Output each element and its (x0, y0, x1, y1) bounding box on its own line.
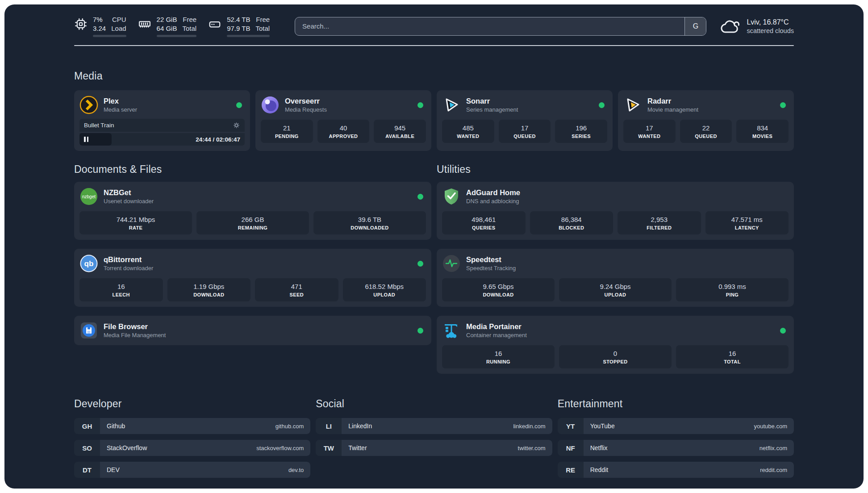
app-card-speedtest[interactable]: Speedtest Speedtest Tracking 9.65 Gbps D… (437, 249, 794, 307)
stat-running: 16 RUNNING (442, 345, 555, 368)
app-card-filebrowser[interactable]: File Browser Media File Management (74, 316, 431, 345)
app-card-radarr[interactable]: Radarr Movie management 17 WANTED 22 QUE… (618, 90, 794, 151)
app-description: DNS and adblocking (466, 198, 520, 205)
link-dev[interactable]: DT DEV dev.to (74, 462, 310, 478)
qbittorrent-icon: qb (79, 254, 98, 273)
utilities-column: AdGuard Home DNS and adblocking 498,461 … (437, 182, 794, 374)
app-name: Sonarr (466, 97, 518, 105)
stat-downloaded: 39.6 TB DOWNLOADED (313, 211, 426, 234)
search-engine-button[interactable]: G (684, 17, 706, 35)
app-card-nzbget[interactable]: nzbget NZBGet Usenet downloader 744.21 M… (74, 182, 431, 240)
link-tag: TW (316, 440, 342, 456)
link-tag: DT (74, 462, 100, 478)
stat-wanted: 485 WANTED (442, 120, 494, 143)
pause-button[interactable] (84, 137, 88, 142)
app-description: Media server (104, 106, 137, 113)
link-name: Github (107, 422, 125, 430)
memory-free: 22 GiB (157, 15, 177, 24)
link-url: youtube.com (754, 423, 787, 430)
cpu-label-2: Load (111, 24, 126, 33)
stat-upload: 9.24 Gbps UPLOAD (559, 278, 672, 301)
stat-download: 9.65 Gbps DOWNLOAD (442, 278, 555, 301)
cpu-label-1: CPU (111, 15, 126, 24)
link-name: YouTube (590, 422, 615, 430)
player-settings-icon[interactable] (233, 121, 240, 129)
stat-ping: 0.993 ms PING (676, 278, 789, 301)
app-name: Radarr (647, 97, 698, 105)
svg-text:qb: qb (84, 259, 94, 268)
stat-approved: 40 APPROVED (317, 120, 370, 143)
link-github[interactable]: GH Github github.com (74, 418, 310, 434)
sonarr-icon (442, 96, 461, 114)
status-dot (780, 328, 786, 334)
header-divider (74, 45, 794, 46)
link-twitter[interactable]: TW Twitter twitter.com (316, 440, 552, 456)
top-bar: 7% CPU 3.24 Load 22 GiB Free 64 GiB Tota… (74, 4, 794, 37)
section-title-social: Social (316, 398, 552, 410)
ram-icon (138, 17, 151, 31)
stat-queued: 22 QUEUED (680, 120, 732, 143)
stat-remaining: 266 GB REMAINING (196, 211, 309, 234)
app-card-portainer[interactable]: Media Portainer Container management 16 … (437, 316, 794, 374)
app-card-plex[interactable]: Plex Media server Bullet Train (74, 90, 250, 151)
link-netflix[interactable]: NF Netflix netflix.com (558, 440, 794, 456)
section-title-entertainment: Entertainment (558, 398, 794, 410)
stat-seed: 471 SEED (255, 278, 338, 301)
link-url: linkedin.com (513, 423, 545, 430)
app-card-overseerr[interactable]: Overseerr Media Requests 21 PENDING 40 A… (255, 90, 431, 151)
overseerr-icon (261, 96, 280, 114)
disk-total: 97.9 TB (227, 24, 250, 33)
disk-label-1: Free (255, 15, 270, 24)
app-card-qbittorrent[interactable]: qb qBittorrent Torrent downloader 16 LEE… (74, 249, 431, 307)
app-card-adguard[interactable]: AdGuard Home DNS and adblocking 498,461 … (437, 182, 794, 240)
stat-series: 196 SERIES (555, 120, 607, 143)
cpu-widget: 7% CPU 3.24 Load (74, 15, 126, 37)
cpu-usage: 7% (93, 15, 106, 24)
plex-icon (79, 96, 98, 114)
link-name: Twitter (348, 444, 367, 451)
link-url: twitter.com (518, 445, 546, 451)
section-title-media: Media (74, 70, 794, 82)
search-bar: G (295, 17, 706, 36)
app-name: File Browser (104, 322, 166, 331)
disk-widget: 52.4 TB Free 97.9 TB Total (208, 15, 270, 37)
link-url: github.com (275, 423, 304, 430)
app-name: Media Portainer (466, 322, 527, 331)
section-title-documents: Documents & Files (74, 163, 431, 175)
disk-label-2: Total (255, 24, 270, 33)
cpu-icon (74, 17, 88, 31)
link-name: StackOverflow (107, 444, 147, 451)
app-name: AdGuard Home (466, 188, 520, 197)
documents-column: nzbget NZBGet Usenet downloader 744.21 M… (74, 182, 431, 345)
app-name: qBittorrent (104, 255, 153, 264)
app-description: Usenet downloader (104, 198, 154, 205)
stat-available: 945 AVAILABLE (374, 120, 426, 143)
app-description: Media File Management (104, 332, 166, 338)
link-name: LinkedIn (348, 422, 372, 430)
link-url: reddit.com (760, 467, 787, 473)
link-reddit[interactable]: RE Reddit reddit.com (558, 462, 794, 478)
link-youtube[interactable]: YT YouTube youtube.com (558, 418, 794, 434)
app-name: NZBGet (104, 188, 154, 197)
app-name: Plex (104, 97, 137, 105)
app-card-sonarr[interactable]: Sonarr Series management 485 WANTED 17 Q… (437, 90, 613, 151)
link-linkedin[interactable]: LI LinkedIn linkedin.com (316, 418, 552, 434)
radarr-icon (623, 96, 642, 114)
stat-latency: 47.571 ms LATENCY (705, 211, 789, 234)
weather-condition: scattered clouds (747, 27, 794, 34)
dashboard-panel: 7% CPU 3.24 Load 22 GiB Free 64 GiB Tota… (4, 4, 864, 489)
developer-links: GH Github github.com SO StackOverflow st… (74, 418, 310, 478)
link-stackoverflow[interactable]: SO StackOverflow stackoverflow.com (74, 440, 310, 456)
app-description: Series management (466, 106, 518, 113)
stat-download: 1.19 Gbps DOWNLOAD (167, 278, 251, 301)
status-dot (236, 102, 242, 108)
link-name: Netflix (590, 444, 608, 451)
social-links: LI LinkedIn linkedin.com TW Twitter twit… (316, 418, 552, 456)
app-name: Speedtest (466, 255, 516, 264)
app-description: Container management (466, 332, 527, 338)
weather-location-temp: Lviv, 16.87°C (747, 18, 794, 26)
link-url: stackoverflow.com (256, 445, 304, 451)
now-playing-title: Bullet Train (84, 122, 114, 129)
memory-progress (157, 35, 197, 37)
search-input[interactable] (295, 17, 684, 35)
